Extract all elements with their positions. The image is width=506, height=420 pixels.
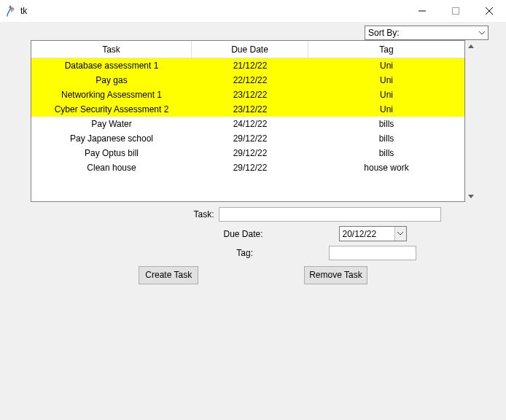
task-table[interactable]: Task Due Date Tag Database assessment 12… [31,40,465,202]
minimize-button[interactable] [405,0,439,22]
column-header-date[interactable]: Due Date [192,41,308,58]
table-row[interactable]: Networking Assessment 123/12/22Uni [31,88,464,102]
cell-date: 22/12/22 [192,73,308,88]
table-row[interactable]: Pay Japanese school29/12/22bills [31,131,464,146]
table-row[interactable]: Clean house29/12/22house work [31,160,464,175]
task-table-container: Task Due Date Tag Database assessment 12… [31,40,477,202]
button-row: Create Task Remove Task [0,266,506,284]
cell-tag: bills [308,146,464,160]
cell-task: Pay Optus bill [31,146,192,160]
cell-task: Clean house [31,160,192,175]
cell-task: Cyber Security Assessment 2 [31,102,192,117]
scroll-down-arrow-icon[interactable] [465,190,477,202]
task-input[interactable] [219,207,441,222]
form-row-task: Task: [66,207,441,222]
table-body: Database assessment 121/12/22UniPay gas2… [31,58,464,201]
window-titlebar: tk [0,0,506,22]
close-button[interactable] [472,0,506,22]
cell-date: 21/12/22 [192,58,308,73]
maximize-button[interactable] [439,0,472,22]
due-date-value: 20/12/22 [343,229,377,239]
cell-tag: bills [308,131,464,146]
cell-task: Pay gas [31,73,192,88]
cell-tag: Uni [308,102,464,117]
chevron-down-icon [476,26,488,39]
tag-label: Tag: [90,248,257,258]
app-icon [4,5,16,17]
cell-date: 23/12/22 [192,102,308,117]
sort-by-label: Sort By: [368,28,400,38]
cell-tag: Uni [308,88,464,102]
form-area: Task: Due Date: 20/12/22 Tag: [0,207,506,265]
cell-tag: house work [308,160,464,175]
sort-by-combobox[interactable]: Sort By: [365,26,489,40]
table-row[interactable]: Pay Water24/12/22bills [31,117,464,131]
form-row-date: Due Date: 20/12/22 [100,226,407,241]
cell-task: Networking Assessment 1 [31,88,192,102]
table-row[interactable]: Database assessment 121/12/22Uni [31,58,464,73]
cell-date: 29/12/22 [192,146,308,160]
tag-input[interactable] [329,246,416,260]
svg-rect-1 [453,7,459,14]
due-date-label: Due Date: [100,229,268,239]
form-row-tag: Tag: [90,246,416,260]
cell-tag: Uni [308,58,464,73]
vertical-scrollbar[interactable] [465,40,477,202]
window-title: tk [20,6,27,16]
cell-date: 24/12/22 [192,117,308,131]
column-header-tag[interactable]: Tag [308,41,464,58]
cell-tag: Uni [308,73,464,88]
table-row[interactable]: Pay Optus bill29/12/22bills [31,146,464,160]
remove-task-button[interactable]: Remove Task [304,266,367,284]
scroll-up-arrow-icon[interactable] [465,40,477,52]
table-row[interactable]: Pay gas22/12/22Uni [31,73,464,88]
cell-task: Database assessment 1 [31,58,192,73]
create-task-button[interactable]: Create Task [139,266,198,284]
cell-date: 29/12/22 [192,131,308,146]
cell-tag: bills [308,117,464,131]
task-label: Task: [66,209,219,219]
chevron-down-icon [394,227,406,241]
column-header-task[interactable]: Task [31,41,192,58]
cell-date: 29/12/22 [192,160,308,175]
due-date-combobox[interactable]: 20/12/22 [339,226,407,241]
cell-task: Pay Water [31,117,192,131]
cell-task: Pay Japanese school [31,131,192,146]
table-row[interactable]: Cyber Security Assessment 223/12/22Uni [31,102,464,117]
client-area: Sort By: Task Due Date Tag Database asse… [0,22,506,420]
cell-date: 23/12/22 [192,88,308,102]
table-header: Task Due Date Tag [31,41,464,58]
